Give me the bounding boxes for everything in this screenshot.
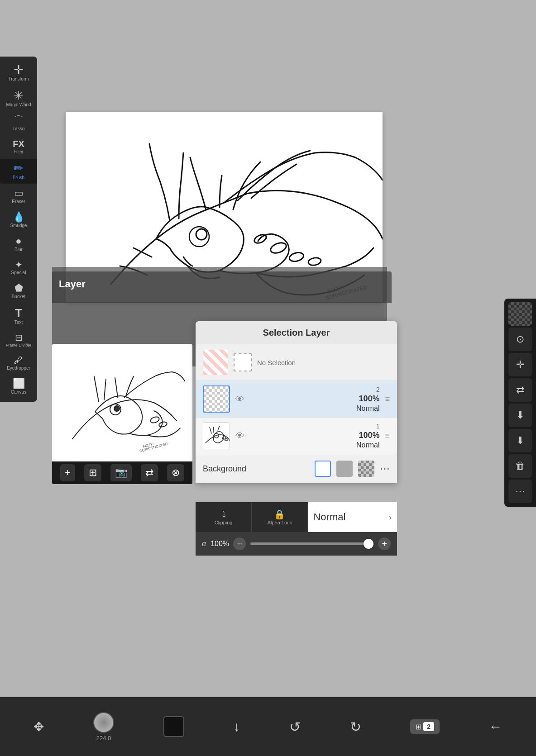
selection-layer-row[interactable]: No Selection bbox=[196, 344, 397, 381]
move-icon: ✛ bbox=[516, 359, 524, 371]
svg-rect-16 bbox=[203, 423, 230, 449]
layer-2-mode: Normal bbox=[356, 404, 380, 413]
background-more-button[interactable]: ⋯ bbox=[380, 463, 390, 475]
bottom-tool-back[interactable]: ← bbox=[489, 719, 502, 734]
bottom-tool-layers-count[interactable]: ⊞ 2 bbox=[410, 719, 440, 734]
thumbnail-drawing: FIZZY! SOPHISTICATED bbox=[59, 348, 186, 457]
color-swatch bbox=[163, 716, 184, 737]
background-white-option[interactable] bbox=[315, 461, 331, 477]
layer-row-1[interactable]: 👁 1 100% Normal ≡ bbox=[196, 418, 397, 454]
layer-1-number: 1 bbox=[376, 423, 380, 430]
flip-button[interactable]: ⇄ bbox=[141, 464, 158, 481]
add-layer-button[interactable]: + bbox=[60, 464, 75, 481]
alpha-slider[interactable] bbox=[250, 542, 373, 545]
add-group-button[interactable]: ⊞ bbox=[84, 464, 101, 481]
alpha-slider-fill bbox=[250, 542, 373, 545]
layer-2-number: 2 bbox=[376, 386, 380, 393]
tool-filter[interactable]: FX Filter bbox=[0, 136, 37, 158]
alpha-bar: α 100% − + bbox=[196, 532, 397, 556]
mode-bar: ⤵ Clipping 🔒 Alpha Lock Normal › bbox=[196, 502, 397, 532]
layer-2-thumbnail bbox=[203, 385, 230, 413]
bottom-tool-brush-size[interactable]: 224.0 bbox=[93, 712, 114, 742]
eraser-label: Eraser bbox=[12, 199, 25, 204]
tool-blur[interactable]: ● Blur bbox=[0, 233, 37, 256]
layer-row-2[interactable]: 👁 2 100% Normal ≡ bbox=[196, 381, 397, 418]
layer-1-visibility-toggle[interactable]: 👁 bbox=[235, 431, 244, 441]
tool-lasso[interactable]: ⌒ Lasso bbox=[0, 112, 37, 135]
redo-icon: ↻ bbox=[350, 719, 361, 735]
blend-mode-value: Normal bbox=[313, 511, 345, 523]
arrow-down-icon: ↓ bbox=[233, 719, 240, 734]
alpha-decrease-button[interactable]: − bbox=[233, 537, 246, 550]
tool-eraser[interactable]: ▭ Eraser bbox=[0, 185, 37, 208]
clipping-label: Clipping bbox=[215, 520, 233, 525]
layer-1-details: 1 100% Normal bbox=[250, 423, 379, 449]
cursor-icon: ✥ bbox=[34, 719, 44, 734]
tool-brush[interactable]: ✏ Brush bbox=[0, 159, 37, 184]
canvas-label: Canvas bbox=[11, 390, 26, 395]
bucket-icon: ⬟ bbox=[14, 283, 23, 293]
delete-layer-button[interactable]: 🗑 bbox=[508, 454, 532, 478]
background-checker-option[interactable] bbox=[358, 461, 374, 477]
bottom-tool-cursor[interactable]: ✥ bbox=[34, 719, 44, 734]
blend-mode-selector[interactable]: Normal › bbox=[308, 502, 397, 532]
tool-frame-divider[interactable]: ⊟ Frame Divider bbox=[0, 329, 37, 351]
tool-special[interactable]: ✦ Special bbox=[0, 257, 37, 279]
canvas-icon: ⬜ bbox=[13, 379, 25, 389]
tool-magic-wand[interactable]: ✳ Magic Wand bbox=[0, 86, 37, 111]
layers-panel: Selection Layer No Selection 👁 2 100% No… bbox=[196, 321, 397, 483]
filter-label: Filter bbox=[14, 149, 24, 154]
merge-icon: ⬇ bbox=[516, 435, 524, 447]
layers-count-value: 2 bbox=[423, 722, 434, 731]
layer-2-info: 2 100% Normal bbox=[250, 386, 379, 413]
svg-point-11 bbox=[114, 406, 120, 411]
layer-2-details: 2 100% Normal bbox=[250, 386, 379, 413]
right-panel: ⊙ ✛ ⇄ ⬇ ⬇ 🗑 ⋯ bbox=[504, 299, 536, 507]
delete-button[interactable]: ⊗ bbox=[167, 464, 184, 481]
eyedropper-label: Eyedropper bbox=[7, 366, 30, 371]
more-options-button[interactable]: ⋯ bbox=[508, 480, 532, 503]
alpha-plus-icon: + bbox=[382, 539, 387, 549]
background-row: Background ⋯ bbox=[196, 454, 397, 483]
special-icon: ✦ bbox=[15, 260, 23, 269]
blur-label: Blur bbox=[14, 247, 23, 252]
eraser-icon: ▭ bbox=[14, 188, 24, 198]
tool-eyedropper[interactable]: 🖋 Eyedropper bbox=[0, 352, 37, 374]
tool-bucket[interactable]: ⬟ Bucket bbox=[0, 280, 37, 303]
clipping-button[interactable]: ⤵ Clipping bbox=[196, 502, 252, 532]
lasso-label: Lasso bbox=[13, 126, 25, 131]
layer-2-menu-button[interactable]: ≡ bbox=[385, 395, 390, 404]
tool-transform[interactable]: ✛ Transform bbox=[0, 60, 37, 85]
bottom-bar: ✥ 224.0 ↓ ↺ ↻ ⊞ 2 ← bbox=[0, 697, 536, 756]
layers-panel-header: Selection Layer bbox=[196, 321, 397, 344]
alpha-slider-thumb[interactable] bbox=[364, 539, 373, 549]
alpha-lock-button[interactable]: 🔒 Alpha Lock bbox=[252, 502, 308, 532]
layers-count-badge: ⊞ 2 bbox=[410, 719, 440, 734]
tool-canvas[interactable]: ⬜ Canvas bbox=[0, 375, 37, 398]
bottom-tool-color[interactable] bbox=[163, 716, 184, 737]
tool-text[interactable]: T Text bbox=[0, 304, 37, 328]
checkerboard-button[interactable] bbox=[508, 302, 532, 326]
brush-icon: ✏ bbox=[14, 162, 24, 174]
tool-smudge[interactable]: 💧 Smudge bbox=[0, 209, 37, 232]
collapse-button[interactable]: ⬇ bbox=[508, 404, 532, 427]
bottom-tool-arrow-down[interactable]: ↓ bbox=[233, 719, 240, 734]
move-button[interactable]: ✛ bbox=[508, 353, 532, 376]
alpha-increase-button[interactable]: + bbox=[378, 537, 391, 550]
layer-1-menu-button[interactable]: ≡ bbox=[385, 431, 390, 441]
back-icon: ← bbox=[489, 719, 502, 734]
bottom-tool-undo[interactable]: ↺ bbox=[289, 719, 301, 735]
thumbnail-panel: FIZZY! SOPHISTICATED + ⊞ 📷 ⇄ ⊗ bbox=[52, 344, 192, 484]
layer-copy-button[interactable]: ⊙ bbox=[508, 328, 532, 351]
layer-2-visibility-toggle[interactable]: 👁 bbox=[235, 394, 244, 404]
brush-size-label: 224.0 bbox=[96, 735, 111, 742]
text-icon: T bbox=[15, 307, 22, 319]
left-toolbar: ✛ Transform ✳ Magic Wand ⌒ Lasso FX Filt… bbox=[0, 57, 37, 402]
bottom-tool-redo[interactable]: ↻ bbox=[350, 719, 361, 735]
background-gray-option[interactable] bbox=[336, 461, 353, 477]
merge-button[interactable]: ⬇ bbox=[508, 429, 532, 452]
smudge-label: Smudge bbox=[10, 223, 27, 228]
layer-1-info: 1 100% Normal bbox=[250, 423, 379, 449]
camera-button[interactable]: 📷 bbox=[110, 464, 132, 481]
flip-horizontal-button[interactable]: ⇄ bbox=[508, 378, 532, 402]
